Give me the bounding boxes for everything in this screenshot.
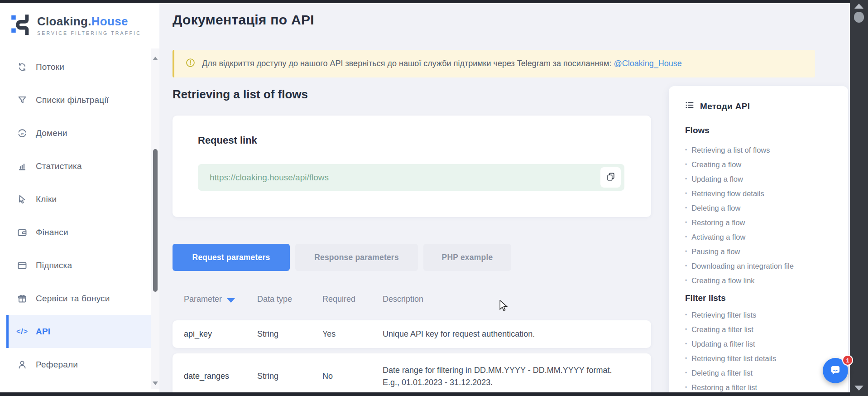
- sidebar-item-api[interactable]: </> API: [6, 315, 151, 348]
- telegram-link[interactable]: @Cloaking_House: [614, 59, 681, 68]
- sidebar-item-label: API: [36, 327, 50, 337]
- cell-required: No: [322, 372, 383, 381]
- cell-parameter: date_ranges: [184, 372, 257, 381]
- sidebar-item-finance[interactable]: Фінанси: [0, 216, 151, 249]
- cell-description: Date range for filtering in DD.MM.YYYY -…: [383, 364, 618, 388]
- method-link-label: Retrieving filter list details: [691, 354, 776, 363]
- method-link-label: Pausing a flow: [691, 247, 740, 256]
- method-link-label: Creating a flow: [691, 160, 741, 169]
- column-header-data-type: Data type: [257, 293, 294, 305]
- api-methods-title: Методи API: [700, 101, 750, 111]
- sidebar-item-label: Підписка: [36, 261, 72, 270]
- column-header-required: Required: [322, 295, 383, 304]
- method-link[interactable]: •Creating a flow link: [685, 273, 839, 288]
- list-icon: [685, 101, 694, 112]
- sidebar-item-label: Домени: [36, 128, 67, 138]
- scroll-down-icon[interactable]: [153, 382, 158, 385]
- browser-scrollbar-thumb[interactable]: [854, 12, 864, 23]
- methods-section-flows: Flows: [685, 126, 839, 135]
- api-methods-header: Методи API: [685, 101, 839, 112]
- table-header: Parameter Data type Required Description: [173, 280, 651, 319]
- bullet: •: [685, 248, 687, 255]
- filter-lists-icon: [16, 94, 28, 106]
- sidebar-item-domains[interactable]: w Домени: [0, 116, 151, 150]
- method-link[interactable]: •Retrieving filter lists: [685, 308, 839, 322]
- sidebar-item-statistics[interactable]: Статистика: [0, 150, 151, 183]
- sidebar-scrollbar-thumb[interactable]: [153, 149, 158, 292]
- method-link[interactable]: •Retrieving flow details: [685, 186, 839, 201]
- scroll-down-icon[interactable]: [854, 386, 863, 391]
- methods-list-flows: •Retrieving a list of flows •Creating a …: [685, 143, 839, 288]
- chat-widget-button[interactable]: 1: [823, 358, 848, 383]
- bullet: •: [685, 234, 687, 240]
- brand-text: Cloaking.House SERVICE FILTERING TRAFFIC: [37, 14, 141, 36]
- method-link[interactable]: •Activating a flow: [685, 230, 839, 244]
- referrals-icon: [16, 359, 28, 371]
- sidebar-item-services[interactable]: Сервіси та бонуси: [0, 282, 151, 315]
- request-link-card: Request link https://cloaking.house/api/…: [173, 116, 651, 217]
- method-link[interactable]: •Creating a flow: [685, 157, 839, 172]
- sidebar-nav: Потоки Списки фільтрації w Домени: [0, 50, 151, 381]
- method-link[interactable]: •Restoring a flow: [685, 215, 839, 230]
- sidebar-item-subscription[interactable]: Підписка: [0, 249, 151, 282]
- cell-data-type: String: [257, 372, 322, 381]
- method-link[interactable]: •Retrieving filter list details: [685, 351, 839, 366]
- cell-description: Unique API key for request authenticatio…: [383, 328, 618, 340]
- method-link[interactable]: •Updating a filter list: [685, 337, 839, 351]
- bullet: •: [685, 370, 687, 376]
- method-link[interactable]: •Pausing a flow: [685, 244, 839, 259]
- clicks-icon: [16, 193, 28, 205]
- method-link-label: Activating a flow: [691, 233, 745, 241]
- brand-tagline: SERVICE FILTERING TRAFFIC: [37, 30, 141, 36]
- bullet: •: [685, 312, 687, 318]
- cell-parameter: api_key: [184, 329, 257, 339]
- bullet: •: [685, 355, 687, 362]
- scroll-up-icon[interactable]: [153, 57, 158, 60]
- info-banner: Для відкриття доступу до нашого API звер…: [173, 50, 815, 77]
- method-link[interactable]: •Deleting a flow: [685, 201, 839, 215]
- bullet: •: [685, 384, 687, 391]
- methods-list-filter-lists: •Retrieving filter lists •Creating a fil…: [685, 308, 839, 395]
- method-link-label: Retrieving flow details: [691, 189, 764, 198]
- cell-data-type: String: [257, 329, 322, 339]
- window-bottom-strip: [0, 392, 868, 396]
- scroll-up-icon[interactable]: [854, 4, 863, 9]
- methods-section-filter-lists: Filter lists: [685, 293, 839, 303]
- bullet: •: [685, 341, 687, 347]
- sidebar-scrollbar[interactable]: [151, 48, 159, 389]
- tab-request-parameters[interactable]: Request parameters: [173, 244, 290, 271]
- method-link[interactable]: •Deleting a filter list: [685, 366, 839, 380]
- method-link-label: Retrieving filter lists: [691, 311, 756, 319]
- bullet: •: [685, 277, 687, 284]
- domains-icon: w: [16, 127, 28, 139]
- method-link[interactable]: •Creating a filter list: [685, 322, 839, 337]
- request-url: https://cloaking.house/api/flows: [210, 173, 600, 183]
- bullet: •: [685, 147, 687, 153]
- subscription-icon: [16, 260, 28, 271]
- method-link[interactable]: •Updating a flow: [685, 172, 839, 186]
- sidebar: Cloaking.House SERVICE FILTERING TRAFFIC…: [0, 3, 159, 392]
- method-link-label: Updating a flow: [691, 175, 743, 184]
- sidebar-item-label: Списки фільтрації: [36, 95, 109, 105]
- bullet: •: [685, 176, 687, 182]
- api-methods-panel: Методи API Flows •Retrieving a list of f…: [669, 86, 848, 396]
- sidebar-item-filter-lists[interactable]: Списки фільтрації: [0, 83, 151, 116]
- brand-logo-icon: [9, 12, 33, 38]
- method-link-label: Deleting a flow: [691, 204, 740, 212]
- logo[interactable]: Cloaking.House SERVICE FILTERING TRAFFIC: [0, 3, 159, 38]
- method-link[interactable]: •Downloading an integration file: [685, 259, 839, 273]
- tab-response-parameters[interactable]: Response parameters: [295, 244, 418, 271]
- api-icon: </>: [16, 326, 28, 338]
- request-link-title: Request link: [198, 135, 257, 146]
- sidebar-item-label: Потоки: [36, 62, 64, 72]
- sidebar-item-flows[interactable]: Потоки: [0, 50, 151, 83]
- tab-php-example[interactable]: PHP example: [423, 244, 511, 271]
- bullet: •: [685, 190, 687, 197]
- browser-scrollbar[interactable]: [850, 0, 868, 396]
- cell-required: Yes: [322, 329, 383, 339]
- column-header-description: Description: [383, 295, 638, 304]
- copy-button[interactable]: [600, 167, 621, 188]
- method-link[interactable]: •Retrieving a list of flows: [685, 143, 839, 157]
- sidebar-item-referrals[interactable]: Реферали: [0, 348, 151, 381]
- sidebar-item-clicks[interactable]: Кліки: [0, 183, 151, 216]
